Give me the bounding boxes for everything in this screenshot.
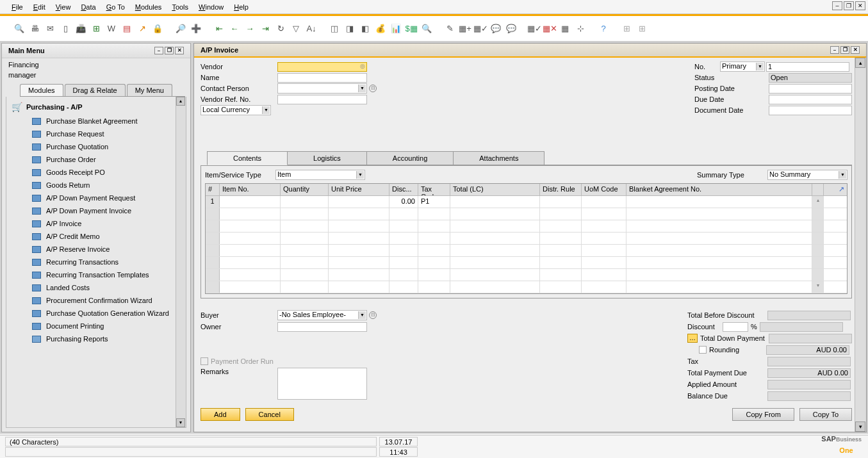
scroll-down-button[interactable]: ▾ [176,418,185,427]
sort-icon[interactable]: A↓ [305,22,318,35]
expand-grid-icon[interactable]: ↗ [839,185,844,193]
help-icon[interactable]: ? [597,22,610,35]
tree-item[interactable]: Purchase Order [6,153,186,166]
cell-qty[interactable] [281,196,329,208]
lookup-icon[interactable]: ◎ [360,63,365,69]
menu-help[interactable]: Help [229,2,254,12]
messages-icon[interactable]: 💬 [489,22,502,35]
first-record-icon[interactable]: ⇤ [213,22,225,35]
app-restore-button[interactable]: ❐ [844,1,854,10]
cell-uom[interactable] [582,196,626,208]
tab-attachments[interactable]: Attachments [453,151,545,165]
vendorref-input[interactable] [277,95,367,104]
grid-row-empty[interactable] [206,220,847,233]
email-icon[interactable]: ✉ [44,22,56,35]
tree-item[interactable]: A/P Invoice [6,217,186,230]
word-icon[interactable]: W [105,22,118,35]
menu-file[interactable]: File [6,2,28,12]
tree-purchasing-ap[interactable]: 🛒 Purchasing - A/P [6,99,186,115]
remarks-input[interactable] [277,368,367,400]
target-doc-icon[interactable]: ◨ [343,22,356,35]
tree-item[interactable]: A/P Reserve Invoice [6,243,186,256]
alerts-icon[interactable]: 💬 [505,22,518,35]
payment-means-icon[interactable]: 💰 [374,22,387,35]
discount-pct-input[interactable] [723,322,748,332]
inv-close-button[interactable]: ✕ [851,46,860,54]
tree-scrollbar[interactable]: ▴ ▾ [176,97,186,427]
last-record-icon[interactable]: ⇥ [259,22,272,35]
add-mode-icon[interactable]: ➕ [190,22,202,35]
grid-row-empty[interactable] [206,257,847,269]
tab-my-menu[interactable]: My Menu [127,84,172,96]
menu-tools[interactable]: Tools [167,2,193,12]
col-uomcode[interactable]: UoM Code [582,184,626,195]
grid-row-empty[interactable]: ▾ [206,281,847,293]
cell-itemno[interactable] [220,196,281,208]
summarytype-select[interactable]: No Summary▼ [767,170,848,180]
mm-restore-button[interactable]: ❐ [165,47,174,54]
alert-x-icon[interactable]: ▦✕ [543,22,556,35]
tree-folder-item[interactable]: Purchasing Reports [6,332,186,345]
tree-item[interactable]: Procurement Confirmation Wizard [6,294,186,307]
cell-tax[interactable]: P1 [418,196,450,208]
docnum-input[interactable]: 1 [766,62,849,72]
invoice-scrollbar[interactable]: ▴ ▾ [855,58,866,432]
gross-profit-icon[interactable]: ◧ [359,22,372,35]
cancel-button[interactable]: Cancel [245,408,294,421]
inv-minimize-button[interactable]: – [830,46,839,54]
itemservice-select[interactable]: Item▼ [275,170,365,180]
tree-item[interactable]: A/P Down Payment Invoice [6,204,186,217]
tab-logistics[interactable]: Logistics [287,151,367,165]
inv-restore-button[interactable]: ❐ [840,46,849,54]
volume-icon[interactable]: 📊 [389,22,402,35]
tab-modules[interactable]: Modules [20,84,63,96]
tree-item[interactable]: Landed Costs [6,281,186,294]
menu-modules[interactable]: Modules [130,2,167,12]
menu-edit[interactable]: Edit [28,2,51,12]
col-unitprice[interactable]: Unit Price [329,184,389,195]
tree-item[interactable]: Goods Return [6,179,186,192]
cash-flow-icon[interactable]: ⊞ [620,22,633,35]
excel-icon[interactable]: ⊞ [90,22,102,35]
contact-select[interactable]: ▼ [277,83,367,94]
scroll-down-button[interactable]: ▾ [855,421,865,432]
tree-item[interactable]: Purchase Request [6,127,186,140]
find-icon[interactable]: 🔎 [174,22,187,35]
launch-icon[interactable]: ↗ [136,22,149,35]
vendor-input[interactable]: ◎ [277,62,367,72]
cell-blanket[interactable] [626,196,812,208]
col-rownum[interactable]: # [206,184,220,195]
tree-item[interactable]: Purchase Quotation Generation Wizard [6,307,186,320]
cell-total[interactable] [450,196,540,208]
new-activity-icon[interactable]: ▦+ [459,22,471,35]
postingdate-input[interactable] [769,84,852,94]
grid-row-empty[interactable] [206,245,847,257]
fax-icon[interactable]: 📠 [74,22,87,35]
col-distrule[interactable]: Distr. Rule [540,184,582,195]
menu-view[interactable]: View [51,2,76,12]
downpayment-button[interactable]: … [687,334,698,343]
copyto-button[interactable]: Copy To [799,408,852,421]
col-blanket[interactable]: Blanket Agreement No. [626,184,812,195]
sms-icon[interactable]: ▯ [59,22,72,35]
tab-drag-relate[interactable]: Drag & Relate [65,84,126,96]
tab-contents[interactable]: Contents [207,151,288,165]
trans-journal-icon[interactable]: $▦ [405,22,418,35]
lock-icon[interactable]: 🔒 [151,22,164,35]
tree-item[interactable]: Recurring Transaction Templates [6,268,186,281]
tree-item[interactable]: Document Printing [6,320,186,332]
tree-item[interactable]: A/P Credit Memo [6,230,186,243]
col-total[interactable]: Total (LC) [450,184,540,195]
calendar-icon[interactable]: ▦✓ [528,22,541,35]
app-close-button[interactable]: ✕ [855,1,865,10]
preview-icon[interactable]: 🔍 [13,22,26,35]
base-doc-icon[interactable]: ◫ [328,22,341,35]
pdf-icon[interactable]: ▤ [120,22,133,35]
default-branch-icon[interactable]: ▦ [559,22,571,35]
col-quantity[interactable]: Quantity [281,184,329,195]
grid-row-1[interactable]: 1 0.00 P1 ▴ [206,196,847,208]
scroll-up-button[interactable]: ▴ [855,58,865,68]
next-record-icon[interactable]: → [243,22,256,35]
col-itemno[interactable]: Item No. [220,184,281,195]
menu-goto[interactable]: Go To [101,2,130,12]
